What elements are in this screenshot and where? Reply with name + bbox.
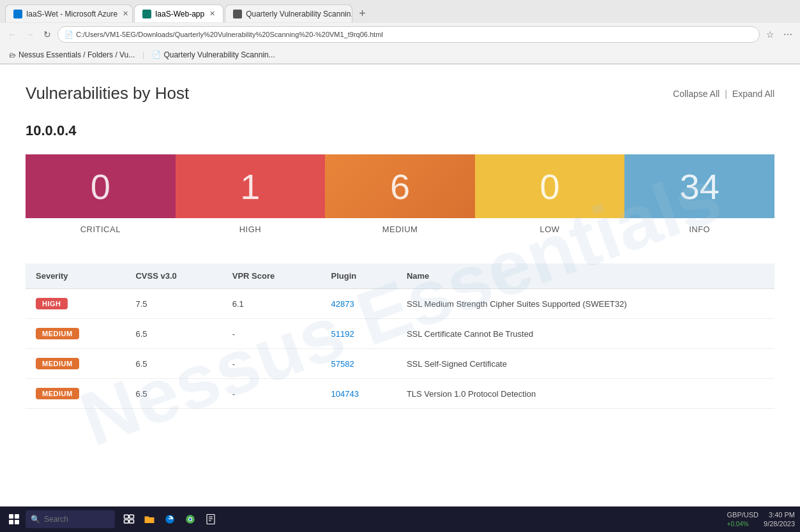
azure-icon bbox=[13, 10, 22, 18]
col-name: Name bbox=[396, 263, 774, 289]
file-explorer-icon[interactable] bbox=[140, 510, 158, 511]
taskbar: 🔍 GBP/USD +0.04% 3:40 PM 9/28/2023 bbox=[0, 506, 800, 511]
cell-cvss-1: 6.5 bbox=[125, 319, 222, 349]
cell-cvss-3: 6.5 bbox=[125, 379, 222, 409]
tab-bar: IaaS-Wet - Microsoft Azure ✕ IaaS-Web-ap… bbox=[0, 0, 800, 23]
taskbar-time: 3:40 PM bbox=[769, 510, 795, 511]
critical-count: 0 bbox=[91, 166, 110, 207]
cell-plugin-2[interactable]: 57582 bbox=[321, 349, 396, 379]
time-date: 3:40 PM 9/28/2023 bbox=[764, 510, 795, 511]
plugin-link-2[interactable]: 57582 bbox=[331, 359, 354, 369]
col-cvss: CVSS v3.0 bbox=[125, 263, 222, 289]
severity-badge-0: HIGH bbox=[36, 298, 68, 309]
table-header-row: Severity CVSS v3.0 VPR Score Plugin Name bbox=[26, 263, 774, 289]
cell-plugin-0[interactable]: 42873 bbox=[321, 289, 396, 319]
critical-label: CRITICAL bbox=[80, 218, 121, 240]
chrome-icon[interactable] bbox=[181, 510, 199, 511]
col-severity: Severity bbox=[26, 263, 125, 289]
card-critical: 0 CRITICAL bbox=[26, 154, 176, 240]
plugin-link-0[interactable]: 42873 bbox=[331, 299, 354, 309]
taskview-icon[interactable] bbox=[120, 510, 138, 511]
medium-label: MEDIUM bbox=[382, 218, 418, 240]
cell-vpr-1: - bbox=[222, 319, 321, 349]
bookmark-nessus[interactable]: 🗁 Nessus Essentials / Folders / Vu... bbox=[5, 49, 139, 61]
expand-all-link[interactable]: Expand All bbox=[732, 89, 774, 99]
card-low-block: 0 bbox=[475, 154, 625, 218]
tab-close-azure[interactable]: ✕ bbox=[123, 10, 128, 18]
edge-icon[interactable] bbox=[161, 510, 179, 511]
vuln-tab-icon bbox=[233, 10, 242, 18]
cell-vpr-2: - bbox=[222, 349, 321, 379]
high-count: 1 bbox=[240, 166, 260, 207]
host-ip: 10.0.0.4 bbox=[26, 122, 774, 139]
table-row: MEDIUM 6.5 - 51192 SSL Certificate Canno… bbox=[26, 319, 774, 349]
tab-label-vuln: Quarterly Vulnerability Scannin... bbox=[246, 10, 352, 18]
tab-close-webapp[interactable]: ✕ bbox=[209, 10, 215, 18]
tab-vuln-scan[interactable]: Quarterly Vulnerability Scannin... ✕ bbox=[225, 4, 352, 22]
new-tab-button[interactable]: + bbox=[354, 7, 371, 20]
bookmark-label-nessus: Nessus Essentials / Folders / Vu... bbox=[19, 50, 135, 59]
webapp-icon bbox=[142, 10, 151, 18]
high-label: HIGH bbox=[239, 218, 262, 240]
bookmark-quarterly[interactable]: 📄 Quarterly Vulnerability Scannin... bbox=[148, 49, 278, 61]
card-medium-block: 6 bbox=[325, 154, 475, 218]
currency-symbol: GBP/USD bbox=[727, 510, 759, 511]
page-title: Vulnerabilities by Host bbox=[26, 84, 189, 103]
url-bar[interactable]: 📄 C:/Users/VM1-5EG/Downloads/Quarterly%2… bbox=[57, 26, 760, 43]
table-row: HIGH 7.5 6.1 42873 SSL Medium Strength C… bbox=[26, 289, 774, 319]
table-row: MEDIUM 6.5 - 104743 TLS Version 1.0 Prot… bbox=[26, 379, 774, 409]
cell-name-0: SSL Medium Strength Cipher Suites Suppor… bbox=[396, 289, 774, 319]
cell-vpr-0: 6.1 bbox=[222, 289, 321, 319]
cell-name-2: SSL Self-Signed Certificate bbox=[396, 349, 774, 379]
info-count: 34 bbox=[680, 166, 720, 207]
refresh-button[interactable]: ↻ bbox=[41, 28, 54, 41]
bookmarks-bar: 🗁 Nessus Essentials / Folders / Vu... | … bbox=[0, 46, 800, 64]
cell-plugin-1[interactable]: 51192 bbox=[321, 319, 396, 349]
notepad-icon[interactable] bbox=[202, 510, 220, 511]
plugin-link-1[interactable]: 51192 bbox=[331, 329, 354, 339]
severity-badge-2: MEDIUM bbox=[36, 358, 79, 369]
taskbar-search[interactable]: 🔍 bbox=[26, 510, 115, 511]
severity-badge-1: MEDIUM bbox=[36, 328, 79, 339]
page-header: Vulnerabilities by Host Collapse All | E… bbox=[26, 84, 774, 103]
forward-button[interactable]: → bbox=[23, 28, 37, 41]
low-label: LOW bbox=[540, 218, 560, 240]
bookmark-separator: | bbox=[142, 50, 144, 59]
cell-vpr-3: - bbox=[222, 379, 321, 409]
cell-name-1: SSL Certificate Cannot Be Trusted bbox=[396, 319, 774, 349]
severity-cards: 0 CRITICAL 1 HIGH 6 MEDIUM 0 LOW 34 bbox=[26, 154, 774, 240]
bookmark-icon-nessus: 🗁 bbox=[9, 51, 16, 59]
start-button[interactable] bbox=[5, 510, 23, 511]
header-actions: Collapse All | Expand All bbox=[673, 89, 774, 99]
cell-name-3: TLS Version 1.0 Protocol Detection bbox=[396, 379, 774, 409]
settings-button[interactable]: ⋯ bbox=[781, 28, 795, 41]
card-critical-block: 0 bbox=[26, 154, 176, 218]
col-plugin: Plugin bbox=[321, 263, 396, 289]
plugin-link-3[interactable]: 104743 bbox=[331, 389, 358, 399]
collapse-all-link[interactable]: Collapse All bbox=[673, 89, 720, 99]
card-info: 34 INFO bbox=[624, 154, 774, 240]
lock-icon: 📄 bbox=[64, 31, 73, 39]
card-medium: 6 MEDIUM bbox=[325, 154, 475, 240]
card-high: 1 HIGH bbox=[176, 154, 326, 240]
bookmark-icon-quarterly: 📄 bbox=[152, 50, 161, 59]
card-low: 0 LOW bbox=[475, 154, 625, 240]
col-vpr: VPR Score bbox=[222, 263, 321, 289]
tab-label-azure: IaaS-Wet - Microsoft Azure bbox=[26, 10, 117, 18]
cell-plugin-3[interactable]: 104743 bbox=[321, 379, 396, 409]
tab-azure[interactable]: IaaS-Wet - Microsoft Azure ✕ bbox=[5, 4, 133, 22]
cell-cvss-0: 7.5 bbox=[125, 289, 222, 319]
card-high-block: 1 bbox=[176, 154, 326, 218]
taskbar-icons bbox=[120, 510, 220, 511]
tab-web-app[interactable]: IaaS-Web-app ✕ bbox=[134, 4, 223, 22]
url-text: C:/Users/VM1-5EG/Downloads/Quarterly%20V… bbox=[76, 31, 383, 38]
address-bar: ← → ↻ 📄 C:/Users/VM1-5EG/Downloads/Quart… bbox=[0, 23, 800, 46]
severity-badge-3: MEDIUM bbox=[36, 388, 79, 399]
cell-severity-2: MEDIUM bbox=[26, 349, 125, 379]
currency-info: GBP/USD +0.04% bbox=[727, 510, 759, 511]
back-button[interactable]: ← bbox=[5, 28, 19, 41]
cell-severity-1: MEDIUM bbox=[26, 319, 125, 349]
browser-chrome: IaaS-Wet - Microsoft Azure ✕ IaaS-Web-ap… bbox=[0, 0, 800, 64]
favorites-button[interactable]: ☆ bbox=[764, 28, 777, 41]
taskbar-tray: GBP/USD +0.04% 3:40 PM 9/28/2023 bbox=[727, 510, 795, 511]
